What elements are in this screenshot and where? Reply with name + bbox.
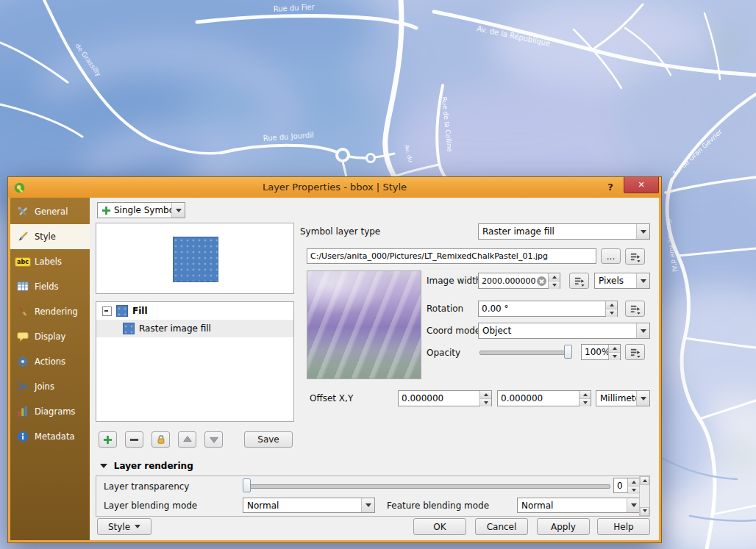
combo-arrow[interactable] [627,498,640,512]
sidebar-item-style[interactable]: Style [10,224,90,249]
image-preview [307,270,421,379]
sidebar-item-general[interactable]: General [10,199,90,224]
symbol-tree-root-row[interactable]: Fill [96,302,293,320]
spin-buttons[interactable] [579,391,591,406]
image-width-spinbox[interactable]: 2000.000000 [478,273,560,289]
move-down-button[interactable] [204,431,223,448]
spin-buttons[interactable] [605,301,617,316]
fill-symbol-swatch [116,305,128,317]
symbol-layer-type-combo[interactable]: Raster image fill [478,223,650,240]
sidebar: General Style abc Labels [10,198,90,540]
add-symbol-layer-button[interactable] [99,431,117,448]
renderer-combo[interactable]: Single Symbol [97,202,185,218]
rotation-spinbox[interactable]: 0.00 ° [478,301,618,317]
layer-transparency-slider[interactable] [243,478,610,493]
renderer-combo-arrow[interactable] [171,203,185,218]
ok-button[interactable]: OK [413,518,466,535]
opacity-slider-handle[interactable] [564,345,572,359]
tree-child-label: Raster image fill [139,323,211,334]
feature-blending-label: Feature blending mode [387,500,489,511]
sidebar-item-joins[interactable]: Joins [10,374,90,399]
sidebar-item-label: Fields [35,281,59,292]
opacity-spinbox[interactable]: 100% [581,344,621,360]
scrollbar[interactable] [639,476,649,516]
opacity-slider[interactable] [479,345,572,359]
layer-blending-label: Layer blending mode [104,500,197,511]
dialog-titlebar[interactable]: Layer Properties - bbox | Style ? ✕ [8,177,661,198]
tree-root-label: Fill [132,306,148,316]
close-button[interactable]: ✕ [624,177,659,193]
data-defined-override-button[interactable] [569,273,589,289]
layer-transparency-spinbox[interactable]: 0 [613,478,640,493]
scroll-up-button[interactable] [640,476,649,485]
collapse-expander-icon[interactable] [102,306,112,316]
spin-buttons[interactable] [548,273,560,288]
diagrams-icon [15,404,30,419]
feature-blending-combo[interactable]: Normal [517,498,641,513]
layer-transparency-label: Layer transparency [104,481,189,492]
arrow-down-icon [209,434,219,445]
help-button[interactable]: Help [597,518,650,535]
data-defined-override-button[interactable] [625,301,645,317]
lock-color-button[interactable] [151,431,170,448]
joins-icon [15,379,30,394]
image-path-input[interactable]: C:/Users/anita_000/Pictures/LT_RemixedCh… [307,248,596,264]
help-titlebar-button[interactable]: ? [602,177,618,198]
sidebar-item-actions[interactable]: Actions [10,349,90,374]
browse-file-button[interactable]: ... [601,248,621,264]
sidebar-item-label: Joins [35,381,54,392]
sidebar-item-label: Labels [35,256,62,267]
combo-arrow[interactable] [636,323,649,338]
sidebar-item-diagrams[interactable]: Diagrams [10,399,90,424]
data-defined-override-button[interactable] [625,248,645,265]
sidebar-item-display[interactable]: Display [10,324,90,349]
clear-icon[interactable] [537,276,546,286]
sidebar-item-label: Display [35,331,65,342]
close-icon: ✕ [638,180,644,190]
offset-x-spinbox[interactable]: 0.000000 [398,390,492,406]
width-unit-combo[interactable]: Pixels [594,273,650,289]
raster-fill-swatch [123,323,135,334]
data-defined-override-button[interactable] [625,344,645,360]
scroll-down-button[interactable] [640,507,649,516]
combo-arrow[interactable] [636,273,649,288]
sidebar-item-fields[interactable]: Fields [10,274,90,299]
spin-buttons[interactable] [479,391,491,406]
remove-symbol-layer-button[interactable] [125,431,143,448]
style-tab-content: Single Symbol Fill Raster image fill [90,198,659,540]
sidebar-item-metadata[interactable]: Metadata [10,424,90,449]
move-up-button[interactable] [178,431,196,448]
save-symbol-button[interactable]: Save [244,431,293,448]
combo-arrow[interactable] [636,391,649,406]
expression-icon [630,347,641,358]
symbol-layer-type-label: Symbol layer type [300,226,380,237]
renderer-value: Single Symbol [114,205,171,215]
sidebar-item-label: Style [35,232,56,242]
spin-buttons[interactable] [627,478,639,492]
sidebar-item-label: Rendering [35,306,78,317]
offset-unit-combo[interactable]: Millimeter [596,390,650,406]
transparency-slider-handle[interactable] [243,478,251,492]
plus-icon [103,435,113,445]
cancel-button[interactable]: Cancel [475,518,528,535]
layer-rendering-frame: Layer transparency 0 Layer blending mode… [96,476,650,517]
display-icon [15,329,30,344]
spin-buttons[interactable] [608,345,620,359]
layer-rendering-title: Layer rendering [114,461,193,471]
coord-mode-combo[interactable]: Object [478,323,650,339]
single-symbol-icon [101,206,111,215]
sidebar-item-labels[interactable]: abc Labels [10,249,90,274]
combo-arrow[interactable] [636,224,649,239]
sidebar-item-rendering[interactable]: Rendering [10,299,90,324]
layer-blending-combo[interactable]: Normal [243,498,375,513]
combo-arrow[interactable] [361,498,374,512]
apply-button[interactable]: Apply [537,518,590,535]
symbol-tree-child-row[interactable]: Raster image fill [96,320,293,337]
dialog-title: Layer Properties - bbox | Style [8,177,661,198]
style-menu-button[interactable]: Style [97,518,151,535]
actions-gear-icon [15,354,30,369]
layer-rendering-header[interactable]: Layer rendering [100,461,193,472]
rotation-label: Rotation [427,304,463,314]
expression-icon [630,304,641,315]
offset-y-spinbox[interactable]: 0.000000 [497,390,591,406]
